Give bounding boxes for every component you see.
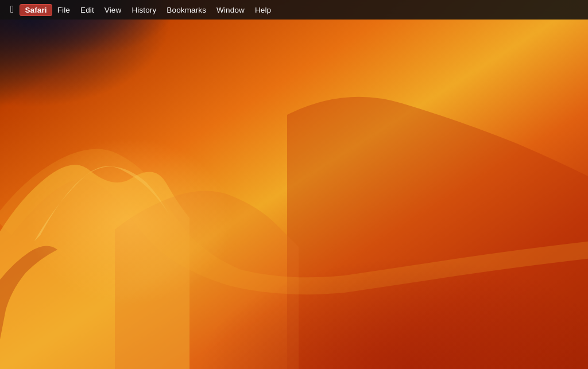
desktop:  Safari File Edit View History Bookmark… (0, 0, 588, 369)
apple-icon:  (10, 4, 14, 15)
window-menu-item[interactable]: Window (211, 4, 250, 16)
view-menu-item[interactable]: View (99, 4, 127, 16)
menubar:  Safari File Edit View History Bookmark… (0, 0, 588, 20)
file-menu-item[interactable]: File (52, 4, 75, 16)
safari-menu-item[interactable]: Safari (20, 4, 52, 16)
apple-menu-item[interactable]:  (5, 3, 20, 17)
history-menu-item[interactable]: History (126, 4, 161, 16)
edit-menu-item[interactable]: Edit (75, 4, 99, 16)
bookmarks-menu-item[interactable]: Bookmarks (161, 4, 211, 16)
svg-rect-0 (0, 0, 588, 369)
svg-point-1 (0, 0, 230, 195)
help-menu-item[interactable]: Help (250, 4, 276, 16)
